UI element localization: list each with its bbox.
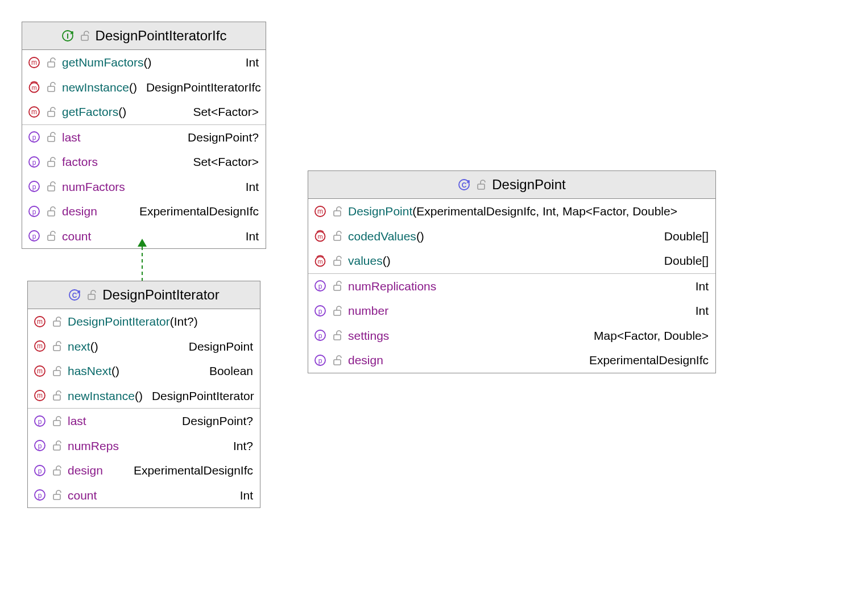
member-row: newInstance() DesignPointIterator xyxy=(28,384,260,409)
unlock-icon xyxy=(475,178,487,191)
unlock-icon xyxy=(85,289,98,301)
member-name: getFactors xyxy=(62,105,118,118)
unlock-icon xyxy=(45,56,57,69)
class-box-iter: DesignPointIterator DesignPointIterator(… xyxy=(27,281,260,508)
member-row: design ExperimentalDesignIfc xyxy=(308,348,715,373)
member-row: numFactors Int xyxy=(22,174,266,199)
member-type: Int? xyxy=(233,437,253,455)
class-box-dp: DesignPoint DesignPoint(ExperimentalDesi… xyxy=(308,170,716,373)
unlock-icon xyxy=(45,205,57,218)
unlock-icon xyxy=(45,180,57,193)
member-name: factors xyxy=(62,153,98,171)
member-params: () xyxy=(144,56,152,69)
methods-section: getNumFactors() Int newInstance() Design… xyxy=(22,50,266,124)
method-icon xyxy=(314,205,326,218)
member-name: design xyxy=(62,202,97,220)
member-row: getNumFactors() Int xyxy=(22,50,266,75)
unlock-icon xyxy=(78,30,91,42)
member-name: design xyxy=(68,461,103,480)
unlock-icon xyxy=(45,81,57,93)
member-name: hasNext xyxy=(68,364,111,377)
member-name: design xyxy=(348,351,383,369)
unlock-icon xyxy=(51,340,63,352)
member-name: numReplications xyxy=(348,277,436,295)
method-icon xyxy=(34,389,46,402)
member-type: ExperimentalDesignIfc xyxy=(139,202,259,220)
member-name: newInstance xyxy=(62,81,129,94)
member-name: count xyxy=(62,227,91,245)
member-type: Double[] xyxy=(664,227,709,245)
unlock-icon xyxy=(45,156,57,168)
member-name: last xyxy=(68,412,86,430)
member-type: Boolean xyxy=(209,362,253,380)
property-icon xyxy=(314,329,326,342)
unlock-icon xyxy=(331,255,343,267)
member-params: (Int?) xyxy=(170,315,198,328)
property-icon xyxy=(314,354,326,367)
member-name: last xyxy=(62,128,81,147)
member-row: number Int xyxy=(308,298,715,323)
member-row: DesignPointIterator(Int?) xyxy=(28,309,260,334)
method-icon xyxy=(34,365,46,377)
member-row: design ExperimentalDesignIfc xyxy=(22,199,266,224)
member-name: number xyxy=(348,302,388,320)
member-type: DesignPointIteratorIfc xyxy=(146,78,261,97)
unlock-icon xyxy=(331,354,343,367)
member-row: codedValues() Double[] xyxy=(308,224,715,249)
method-override-icon xyxy=(314,255,326,267)
member-type: Int xyxy=(246,227,259,245)
class-title: DesignPointIteratorIfc xyxy=(96,28,227,44)
member-type: Double[] xyxy=(664,252,709,270)
method-icon xyxy=(28,106,40,118)
method-icon xyxy=(28,56,40,69)
class-header-ifc: DesignPointIteratorIfc xyxy=(22,22,266,50)
properties-section: last DesignPoint? numReps Int? design Ex… xyxy=(28,409,260,507)
unlock-icon xyxy=(331,205,343,218)
member-row: last DesignPoint? xyxy=(22,125,266,150)
method-icon xyxy=(34,315,46,328)
member-row: count Int xyxy=(22,224,266,249)
member-type: DesignPoint xyxy=(189,338,253,356)
unlock-icon xyxy=(331,230,343,242)
property-icon xyxy=(28,230,40,242)
property-icon xyxy=(34,415,46,427)
properties-section: numReplications Int number Int settings … xyxy=(308,274,715,373)
member-row: count Int xyxy=(28,483,260,508)
property-icon xyxy=(28,180,40,193)
methods-section: DesignPoint(ExperimentalDesignIfc, Int, … xyxy=(308,199,715,273)
class-title: DesignPoint xyxy=(492,177,565,193)
member-row: hasNext() Boolean xyxy=(28,359,260,384)
method-icon xyxy=(34,340,46,352)
member-name: DesignPoint xyxy=(348,205,412,218)
property-icon xyxy=(314,280,326,292)
member-row: last DesignPoint? xyxy=(28,409,260,434)
methods-section: DesignPointIterator(Int?) next() DesignP… xyxy=(28,309,260,408)
member-name: count xyxy=(68,486,97,505)
unlock-icon xyxy=(331,280,343,292)
unlock-icon xyxy=(45,230,57,242)
unlock-icon xyxy=(331,329,343,342)
member-type: DesignPoint? xyxy=(188,128,259,147)
interface-icon xyxy=(61,30,74,42)
member-row: numReplications Int xyxy=(308,274,715,299)
class-header-dp: DesignPoint xyxy=(308,171,715,199)
member-params: () xyxy=(118,105,126,118)
member-row: DesignPoint(ExperimentalDesignIfc, Int, … xyxy=(308,199,715,224)
class-title: DesignPointIterator xyxy=(102,287,219,303)
member-type: Int xyxy=(696,302,709,320)
member-type: Int xyxy=(240,486,253,505)
member-params: () xyxy=(416,230,424,243)
member-type: Set<Factor> xyxy=(193,153,259,171)
member-row: next() DesignPoint xyxy=(28,334,260,359)
member-name: getNumFactors xyxy=(62,56,144,69)
unlock-icon xyxy=(45,131,57,143)
member-row: factors Set<Factor> xyxy=(22,149,266,174)
member-name: newInstance xyxy=(68,389,135,402)
method-override-icon xyxy=(314,230,326,242)
properties-section: last DesignPoint? factors Set<Factor> nu… xyxy=(22,125,266,249)
member-name: values xyxy=(348,254,383,267)
member-type: ExperimentalDesignIfc xyxy=(589,351,709,369)
member-type: DesignPoint? xyxy=(182,412,253,430)
member-type: DesignPointIterator xyxy=(152,387,254,405)
member-params: () xyxy=(90,340,98,353)
